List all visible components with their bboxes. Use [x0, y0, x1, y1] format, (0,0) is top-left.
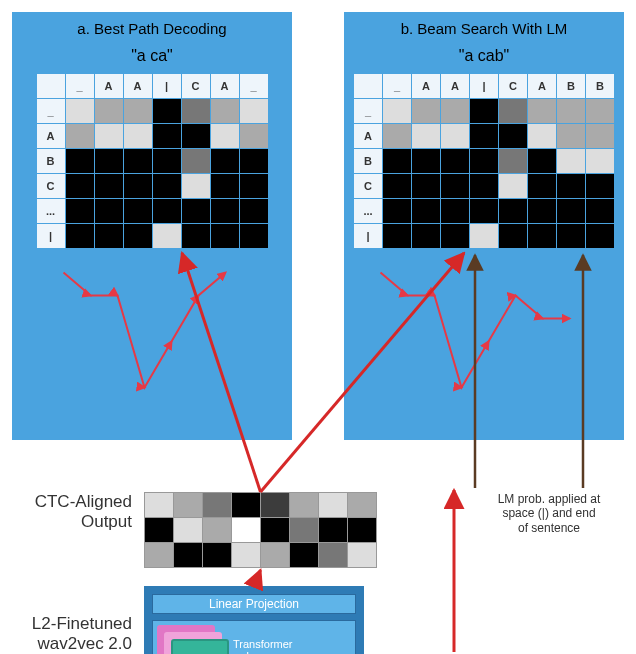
- transformer-label: TransformerLayers: [233, 638, 293, 654]
- linear-projection-layer: Linear Projection: [152, 594, 356, 614]
- panel-best-path: a. Best Path Decoding "a ca" _AA|CA__ABC…: [12, 12, 292, 440]
- lm-note-l1: LM prob. applied at: [498, 492, 601, 506]
- ctc-aligned-label: CTC-Aligned Output: [12, 492, 132, 531]
- panel-b-grid: _AA|CABB_ABC...|: [353, 73, 615, 249]
- panel-a-title: a. Best Path Decoding: [77, 20, 226, 37]
- wav-label-l1: L2-Finetuned: [32, 614, 132, 633]
- panel-a-grid-wrap: _AA|CA__ABC...|: [36, 73, 269, 428]
- transformer-stack-icon: [157, 625, 227, 654]
- panel-b-title: b. Beam Search With LM: [401, 20, 568, 37]
- lm-note-l2: space (|) and end: [502, 506, 595, 520]
- ctc-label-l1: CTC-Aligned: [35, 492, 132, 511]
- panel-a-path-overlay: [36, 249, 269, 425]
- panel-b-grid-wrap: _AA|CABB_ABC...|: [353, 73, 615, 428]
- svg-line-7: [254, 570, 261, 586]
- ctc-label-l2: Output: [81, 512, 132, 531]
- wav2vec-label: L2-Finetuned wav2vec 2.0: [12, 614, 132, 654]
- wav2vec-stack: Linear Projection TransformerLayers CNN …: [144, 586, 364, 654]
- lm-probability-note: LM prob. applied at space (|) and end of…: [474, 492, 624, 535]
- ctc-output-grid: [144, 492, 377, 568]
- panel-b-path-overlay: [353, 249, 615, 425]
- panel-beam-search: b. Beam Search With LM "a cab" _AA|CABB_…: [344, 12, 624, 440]
- transformer-layers-box: TransformerLayers: [152, 620, 356, 654]
- panel-a-output: "a ca": [131, 47, 173, 65]
- wav-label-l2: wav2vec 2.0: [38, 634, 133, 653]
- lm-note-l3: of sentence: [518, 521, 580, 535]
- panel-b-output: "a cab": [459, 47, 510, 65]
- panel-a-grid: _AA|CA__ABC...|: [36, 73, 269, 249]
